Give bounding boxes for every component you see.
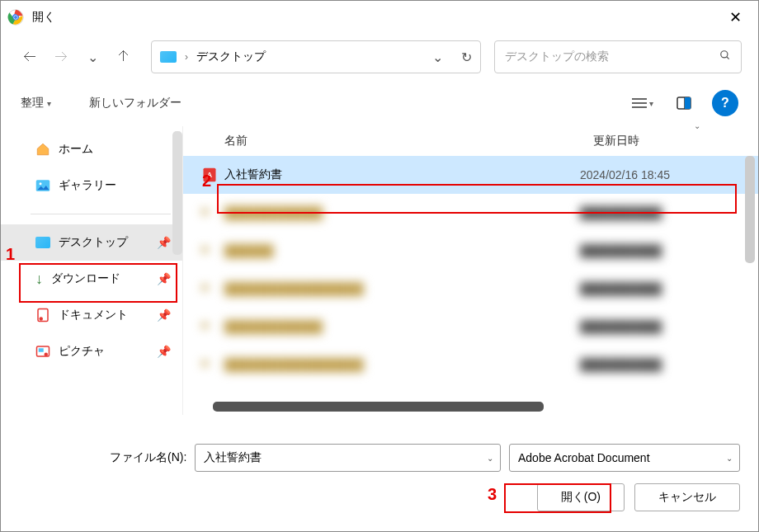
column-modified[interactable]: 更新日時 ⌄ xyxy=(593,134,758,148)
file-icon: ■ xyxy=(201,242,218,259)
svg-line-6 xyxy=(727,57,729,59)
file-row[interactable]: ■ █████████████████ ██████████ xyxy=(183,270,758,308)
filename-input[interactable]: 入社誓約書 ⌄ xyxy=(195,444,501,472)
horizontal-scrollbar[interactable] xyxy=(213,402,544,412)
sidebar-label: ダウンロード xyxy=(51,271,120,286)
file-name: ██████ xyxy=(224,244,580,257)
file-date: ██████████ xyxy=(580,320,745,333)
sort-arrow-icon: ⌄ xyxy=(694,121,700,130)
sidebar-label: ホーム xyxy=(59,142,93,157)
pictures-icon xyxy=(35,344,50,359)
svg-point-4 xyxy=(14,16,17,19)
home-icon xyxy=(35,142,50,157)
pin-icon: 📌 xyxy=(157,272,171,285)
cancel-button[interactable]: キャンセル xyxy=(634,483,740,511)
file-row[interactable]: ■ █████████████████ ██████████ xyxy=(183,346,758,384)
chevron-down-icon: ⌄ xyxy=(726,454,733,463)
chevron-down-icon: ⌄ xyxy=(487,454,493,463)
file-row[interactable]: ■ ██████ ██████████ xyxy=(183,232,758,270)
preview-pane-button[interactable] xyxy=(671,90,697,116)
svg-point-5 xyxy=(721,51,728,58)
titlebar: 開く ✕ xyxy=(1,1,758,34)
file-date: ██████████ xyxy=(580,206,745,219)
svg-point-14 xyxy=(40,182,42,185)
recent-dropdown[interactable]: ⌄ xyxy=(80,45,105,69)
chevron-right-icon: › xyxy=(185,51,188,63)
search-icon xyxy=(719,49,731,64)
file-name: █████████████████ xyxy=(224,358,580,371)
filter-value: Adobe Acrobat Document xyxy=(518,451,650,464)
back-button[interactable]: 🡠 xyxy=(17,45,42,69)
new-folder-button[interactable]: 新しいフォルダー xyxy=(89,96,182,111)
sidebar-divider xyxy=(31,214,171,214)
svg-point-19 xyxy=(45,353,49,357)
file-date: ██████████ xyxy=(580,244,745,257)
file-name: ████████████ xyxy=(224,320,580,333)
footer: ファイル名(N): 入社誓約書 ⌄ Adobe Acrobat Document… xyxy=(1,432,758,531)
document-icon xyxy=(35,308,50,322)
file-scrollbar[interactable] xyxy=(745,156,755,263)
sidebar-item-desktop[interactable]: デスクトップ 📌 xyxy=(1,224,182,261)
svg-point-16 xyxy=(40,317,44,321)
file-date: ██████████ xyxy=(580,358,745,371)
svg-rect-18 xyxy=(39,348,44,352)
sidebar-item-documents[interactable]: ドキュメント 📌 xyxy=(1,297,182,333)
help-button[interactable]: ? xyxy=(712,90,738,116)
svg-text:A: A xyxy=(207,171,212,179)
file-name: ████████████ xyxy=(224,206,580,219)
file-row[interactable]: ■ ████████████ ██████████ xyxy=(183,194,758,232)
location-text: デスクトップ xyxy=(196,49,424,64)
address-bar[interactable]: › デスクトップ ⌄ ↻ xyxy=(151,40,481,73)
open-button[interactable]: 開く(O) xyxy=(537,483,625,511)
pdf-icon: A xyxy=(201,167,218,183)
file-date: ██████████ xyxy=(580,282,745,295)
sidebar-item-downloads[interactable]: ↓ ダウンロード 📌 xyxy=(1,261,182,297)
filename-value: 入社誓約書 xyxy=(204,450,262,465)
organize-label: 整理 xyxy=(21,96,44,111)
column-name[interactable]: 名前 xyxy=(224,134,593,148)
organize-menu[interactable]: 整理 ▾ xyxy=(21,96,51,111)
dropdown-icon: ▾ xyxy=(47,99,51,108)
file-name: █████████████████ xyxy=(224,282,580,295)
open-file-dialog: 開く ✕ 🡠 🡢 ⌄ 🡡 › デスクトップ ⌄ ↻ デスクトップの検索 整理 ▾… xyxy=(0,0,759,532)
folder-icon xyxy=(160,51,177,63)
file-type-filter[interactable]: Adobe Acrobat Document ⌄ xyxy=(509,444,740,472)
chrome-icon xyxy=(7,9,24,26)
file-row[interactable]: A 入社誓約書 2024/02/16 18:45 xyxy=(183,156,758,194)
sidebar-label: ドキュメント xyxy=(59,308,128,322)
pin-icon: 📌 xyxy=(157,345,171,358)
file-name: 入社誓約書 xyxy=(224,167,580,182)
file-icon: ■ xyxy=(201,318,218,335)
filename-label: ファイル名(N): xyxy=(110,450,186,465)
view-menu[interactable]: ▾ xyxy=(629,90,656,116)
file-row[interactable]: ■ ████████████ ██████████ xyxy=(183,308,758,346)
file-icon: ■ xyxy=(201,356,218,373)
gallery-icon xyxy=(35,179,50,192)
main-area: ホーム ギャラリー デスクトップ 📌 ↓ ダウンロード 📌 ドキュメント 📌 xyxy=(1,126,758,415)
file-header: 名前 更新日時 ⌄ xyxy=(183,126,758,156)
chevron-down-icon[interactable]: ⌄ xyxy=(432,49,443,65)
sidebar-label: ピクチャ xyxy=(59,344,105,359)
sidebar-label: ギャラリー xyxy=(59,178,116,193)
refresh-icon[interactable]: ↻ xyxy=(461,49,472,65)
sidebar-label: デスクトップ xyxy=(59,235,128,250)
desktop-icon xyxy=(35,237,50,248)
file-date: 2024/02/16 18:45 xyxy=(580,168,745,181)
up-button[interactable]: 🡡 xyxy=(111,45,136,69)
sidebar-scrollbar[interactable] xyxy=(172,131,182,255)
svg-rect-12 xyxy=(685,97,691,109)
file-icon: ■ xyxy=(201,280,218,297)
search-input[interactable]: デスクトップの検索 xyxy=(494,40,742,73)
sidebar-item-gallery[interactable]: ギャラリー xyxy=(1,167,182,204)
navigation-bar: 🡠 🡢 ⌄ 🡡 › デスクトップ ⌄ ↻ デスクトップの検索 xyxy=(1,34,758,80)
pin-icon: 📌 xyxy=(157,308,171,322)
sidebar-item-home[interactable]: ホーム xyxy=(1,131,182,167)
sidebar: ホーム ギャラリー デスクトップ 📌 ↓ ダウンロード 📌 ドキュメント 📌 xyxy=(1,126,182,415)
search-placeholder: デスクトップの検索 xyxy=(505,49,719,64)
pin-icon: 📌 xyxy=(157,236,171,249)
close-button[interactable]: ✕ xyxy=(719,5,752,30)
forward-button[interactable]: 🡢 xyxy=(49,45,73,69)
dialog-title: 開く xyxy=(32,10,719,25)
sidebar-item-pictures[interactable]: ピクチャ 📌 xyxy=(1,333,182,370)
download-icon: ↓ xyxy=(35,271,43,288)
